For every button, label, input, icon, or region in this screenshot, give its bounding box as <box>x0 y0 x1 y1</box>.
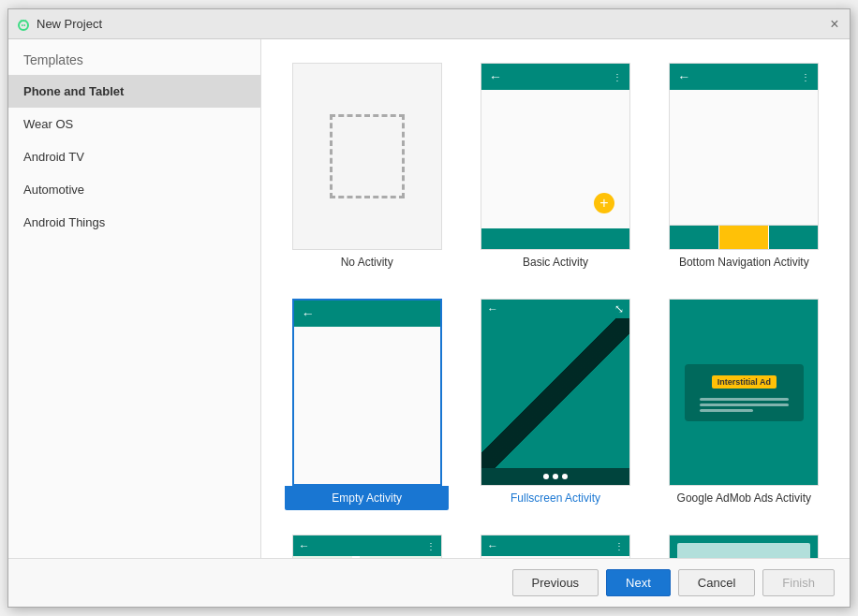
dialog-title: New Project <box>37 17 102 31</box>
basic-topbar: ← ⋮ <box>481 64 629 90</box>
bn-topbar: ← ⋮ <box>670 64 818 90</box>
fs-body <box>481 318 629 468</box>
android-studio-icon <box>16 17 31 32</box>
sidebar-item-automotive[interactable]: Automotive <box>8 173 260 206</box>
map-topbar: ← ⋮ <box>293 535 441 556</box>
teal-panel <box>677 543 810 558</box>
fab-button: + <box>594 193 614 213</box>
svg-rect-4 <box>22 24 23 26</box>
svg-point-2 <box>21 20 22 22</box>
bn-tab-2 <box>719 226 769 249</box>
fs-bottombar <box>481 468 629 485</box>
previous-button[interactable]: Previous <box>512 569 599 596</box>
template-map-activity[interactable]: ← ⋮ Map Activity <box>280 530 453 558</box>
svg-point-0 <box>19 21 28 30</box>
sidebar: Templates Phone and Tablet Wear OS Andro… <box>8 39 261 558</box>
sc-back-icon: ← <box>487 539 498 552</box>
fs-diagonal-decoration <box>481 318 629 468</box>
bn-body <box>670 90 818 225</box>
template-bottom-navigation[interactable]: ← ⋮ Bottom Navigation Activity <box>658 58 831 279</box>
template-empty-activity[interactable]: ← Empty Activity <box>280 294 453 515</box>
dialog-content: Templates Phone and Tablet Wear OS Andro… <box>8 39 850 558</box>
close-button[interactable]: × <box>827 17 842 32</box>
bn-tab-1 <box>670 226 719 249</box>
master-detail-preview <box>669 535 819 558</box>
title-bar: New Project × <box>8 9 850 39</box>
basic-body: + <box>481 90 629 228</box>
admob-lines <box>700 398 788 412</box>
map-road-diagonal <box>293 556 441 558</box>
cancel-button[interactable]: Cancel <box>678 569 755 596</box>
bn-tab-3 <box>769 226 818 249</box>
map-menu-icon: ⋮ <box>426 541 436 551</box>
dialog-footer: Previous Next Cancel Finish <box>8 558 850 607</box>
empty-activity-preview: ← <box>292 299 442 486</box>
sidebar-header: Templates <box>8 39 260 75</box>
template-scrolling-activity[interactable]: ← ⋮ <box>468 530 642 558</box>
svg-point-3 <box>25 20 27 22</box>
ea-back-icon: ← <box>302 306 315 321</box>
bottom-nav-bar <box>481 228 629 249</box>
template-grid: No Activity ← ⋮ + <box>261 39 850 558</box>
bn-menu-icon: ⋮ <box>801 72 810 82</box>
fs-expand-icon: ⤡ <box>614 302 624 315</box>
sidebar-item-android-things[interactable]: Android Things <box>8 206 260 239</box>
bn-back-icon: ← <box>677 69 690 84</box>
admob-preview: Interstitial Ad <box>669 299 819 486</box>
basic-activity-preview: ← ⋮ + <box>481 63 630 250</box>
back-arrow-icon: ← <box>489 69 502 84</box>
fs-back-icon: ← <box>487 302 498 315</box>
template-fullscreen-activity[interactable]: ← ⤡ Fullscreen Activity <box>468 294 642 515</box>
fullscreen-activity-label: Fullscreen Activity <box>481 486 630 510</box>
template-no-activity[interactable]: No Activity <box>280 58 453 279</box>
sidebar-item-android-tv[interactable]: Android TV <box>8 140 260 173</box>
basic-activity-label: Basic Activity <box>481 250 630 274</box>
svg-rect-5 <box>24 24 26 26</box>
sc-body <box>481 556 629 558</box>
map-activity-preview: ← ⋮ <box>292 535 442 558</box>
no-activity-preview <box>292 63 442 250</box>
scrolling-preview: ← ⋮ <box>481 535 630 558</box>
admob-card: Interstitial Ad <box>685 364 803 421</box>
interstitial-ad-badge: Interstitial Ad <box>712 375 777 389</box>
title-bar-left: New Project <box>16 17 102 32</box>
sc-topbar: ← ⋮ <box>481 535 629 556</box>
bottom-navigation-preview: ← ⋮ <box>669 63 819 250</box>
admob-activity-label: Google AdMob Ads Activity <box>669 486 819 510</box>
sc-menu-icon: ⋮ <box>614 541 624 551</box>
no-activity-label: No Activity <box>292 250 442 274</box>
fullscreen-preview: ← ⤡ <box>481 299 630 486</box>
menu-dots-icon: ⋮ <box>613 72 622 82</box>
template-basic-activity[interactable]: ← ⋮ + Basic Activity <box>468 58 642 279</box>
template-master-detail[interactable]: Master/Detail Flow <box>658 530 831 558</box>
fs-topbar: ← ⤡ <box>481 300 629 318</box>
empty-activity-label: Empty Activity <box>285 486 449 510</box>
template-admob-activity[interactable]: Interstitial Ad Google AdMob Ads Activit… <box>658 294 831 515</box>
sidebar-item-phone-tablet[interactable]: Phone and Tablet <box>8 75 260 108</box>
sidebar-item-wear-os[interactable]: Wear OS <box>8 108 260 140</box>
dashed-placeholder <box>330 114 405 198</box>
new-project-dialog: New Project × Templates Phone and Tablet… <box>7 8 851 608</box>
ea-topbar: ← <box>294 301 440 327</box>
bn-bottombar <box>670 225 818 249</box>
ea-body <box>294 327 440 484</box>
map-back-icon: ← <box>299 539 310 552</box>
map-body <box>293 556 441 558</box>
bottom-navigation-label: Bottom Navigation Activity <box>669 250 819 274</box>
finish-button[interactable]: Finish <box>762 569 835 596</box>
next-button[interactable]: Next <box>606 569 671 596</box>
